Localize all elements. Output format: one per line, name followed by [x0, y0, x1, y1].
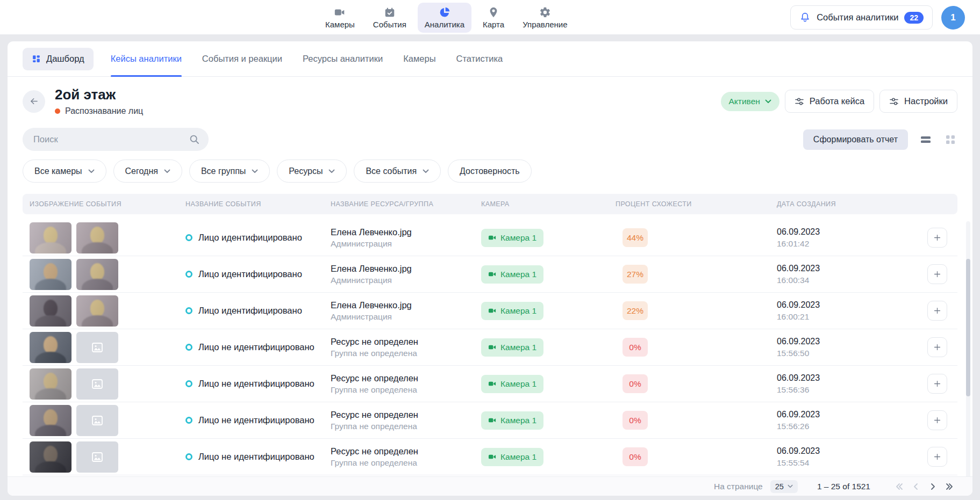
back-button[interactable]	[23, 90, 45, 113]
camera-chip[interactable]: Камера 1	[481, 375, 543, 393]
filter-all-cameras[interactable]: Все камеры	[23, 160, 106, 183]
event-snapshot[interactable]	[30, 368, 71, 400]
event-name-cell: Лицо не идентифицировано	[178, 415, 324, 425]
event-name: Лицо идентифицировано	[198, 306, 302, 316]
resource-cell: Ресурс не определенГруппа не определена	[324, 337, 474, 358]
column-header: ИЗОБРАЖЕНИЕ СОБЫТИЯ	[23, 200, 178, 208]
photo-overlay	[30, 405, 71, 436]
status-dropdown[interactable]: Активен	[721, 92, 779, 111]
similarity-badge: 0%	[623, 411, 648, 430]
photo-overlay	[30, 332, 71, 363]
per-page-select[interactable]: 25	[770, 480, 798, 493]
last-page-button[interactable]	[942, 479, 956, 494]
camera-chip[interactable]: Камера 1	[481, 229, 543, 247]
add-button[interactable]	[927, 228, 947, 248]
nav-item-map[interactable]: Карта	[476, 3, 511, 33]
photo-overlay	[30, 295, 71, 327]
filter-all-events[interactable]: Все события	[354, 160, 441, 183]
nav-item-label: Аналитика	[425, 20, 464, 29]
search-input[interactable]	[23, 128, 209, 151]
time-value: 15:56:36	[777, 385, 820, 395]
tab-analytics-cases[interactable]: Кейсы аналитики	[111, 41, 182, 77]
pie-icon	[439, 6, 450, 18]
case-work-button[interactable]: Работа кейса	[785, 90, 874, 113]
filter-all-groups[interactable]: Все группы	[189, 160, 270, 183]
event-snapshot[interactable]	[30, 295, 71, 327]
first-page-button[interactable]	[892, 479, 906, 494]
event-snapshot[interactable]	[30, 405, 71, 436]
tab-statistics[interactable]: Статистика	[456, 41, 503, 77]
date-wrap: 06.09.202316:00:34	[777, 264, 820, 285]
camera-chip[interactable]: Камера 1	[481, 448, 543, 466]
event-snapshot[interactable]	[30, 441, 71, 473]
add-button[interactable]	[927, 447, 947, 467]
filter-label: Все камеры	[34, 166, 82, 176]
event-name: Лицо не идентифицировано	[198, 452, 314, 462]
event-images-cell	[23, 222, 178, 253]
list-view-button[interactable]	[919, 133, 933, 147]
resource-wrap: Елена Левченко.jpgАдминистрация	[331, 227, 412, 249]
camera-chip[interactable]: Камера 1	[481, 265, 543, 284]
camera-chip[interactable]: Камера 1	[481, 411, 543, 430]
camera-icon	[488, 453, 496, 461]
add-button[interactable]	[927, 374, 947, 394]
nav-item-cameras[interactable]: Камеры	[318, 3, 362, 33]
sliders-icon	[795, 97, 804, 106]
event-type-icon	[185, 417, 192, 424]
column-header: НАЗВАНИЕ РЕСУРСА/ГРУППА	[324, 200, 474, 208]
actions-cell	[911, 410, 957, 430]
camera-chip[interactable]: Камера 1	[481, 338, 543, 357]
tab-dashboard[interactable]: Дашборд	[23, 48, 94, 70]
resource-wrap: Ресурс не определенГруппа не определена	[331, 373, 418, 395]
tab-events-reactions[interactable]: События и реакции	[202, 41, 282, 77]
grid-view-button[interactable]	[943, 133, 957, 147]
filter-label: Ресурсы	[289, 166, 323, 176]
event-type-icon	[185, 234, 192, 241]
event-snapshot[interactable]	[76, 295, 118, 327]
filter-resources[interactable]: Ресурсы	[277, 160, 347, 183]
event-images-cell	[23, 441, 178, 473]
analytics-events-button[interactable]: События аналитики 22	[790, 5, 933, 30]
table-header: ИЗОБРАЖЕНИЕ СОБЫТИЯНАЗВАНИЕ СОБЫТИЯНАЗВА…	[23, 194, 957, 214]
add-button[interactable]	[927, 264, 947, 284]
photo-overlay	[30, 222, 71, 253]
main-nav: КамерыСобытияАналитикаКартаУправление	[318, 0, 575, 35]
filter-today[interactable]: Сегодня	[113, 160, 182, 183]
add-button[interactable]	[927, 301, 947, 321]
nav-item-events[interactable]: События	[366, 3, 413, 33]
event-snapshot[interactable]	[76, 222, 118, 253]
scrollbar-thumb[interactable]	[966, 259, 970, 396]
pagers	[892, 479, 956, 494]
generate-report-button[interactable]: Сформировать отчет	[803, 129, 908, 150]
table-body: Лицо идентифицированоЕлена Левченко.jpgА…	[23, 220, 957, 475]
next-page-button[interactable]	[925, 479, 940, 494]
event-snapshot[interactable]	[30, 259, 71, 290]
add-button[interactable]	[927, 410, 947, 430]
event-snapshot[interactable]	[30, 332, 71, 363]
event-snapshot[interactable]	[76, 259, 118, 290]
nav-item-management[interactable]: Управление	[516, 3, 574, 33]
event-images-cell	[23, 332, 178, 363]
tab-cameras[interactable]: Камеры	[403, 41, 435, 77]
settings-label: Настройки	[904, 96, 948, 106]
top-bar: КамерыСобытияАналитикаКартаУправление Со…	[0, 0, 980, 35]
camera-chip[interactable]: Камера 1	[481, 302, 543, 320]
avatar[interactable]: 1	[941, 6, 965, 30]
event-name: Лицо не идентифицировано	[198, 415, 314, 425]
event-snapshot[interactable]	[30, 222, 71, 253]
resource-group: Администрация	[331, 276, 412, 285]
tab-analytics-resources[interactable]: Ресурсы аналитики	[303, 41, 383, 77]
date-cell: 06.09.202315:56:36	[770, 373, 911, 395]
resource-wrap: Ресурс не определенГруппа не определена	[331, 337, 418, 358]
camera-icon	[488, 234, 496, 242]
resource-group: Администрация	[331, 239, 412, 249]
settings-button[interactable]: Настройки	[879, 90, 957, 113]
nav-item-analytics[interactable]: Аналитика	[418, 3, 471, 33]
filter-confidence[interactable]: Достоверность	[448, 160, 531, 183]
image-icon	[91, 414, 104, 427]
event-name-cell: Лицо идентифицировано	[178, 269, 324, 279]
search-icon	[189, 134, 200, 145]
prev-page-button[interactable]	[909, 479, 923, 494]
camera-icon	[488, 307, 496, 315]
add-button[interactable]	[927, 337, 947, 357]
